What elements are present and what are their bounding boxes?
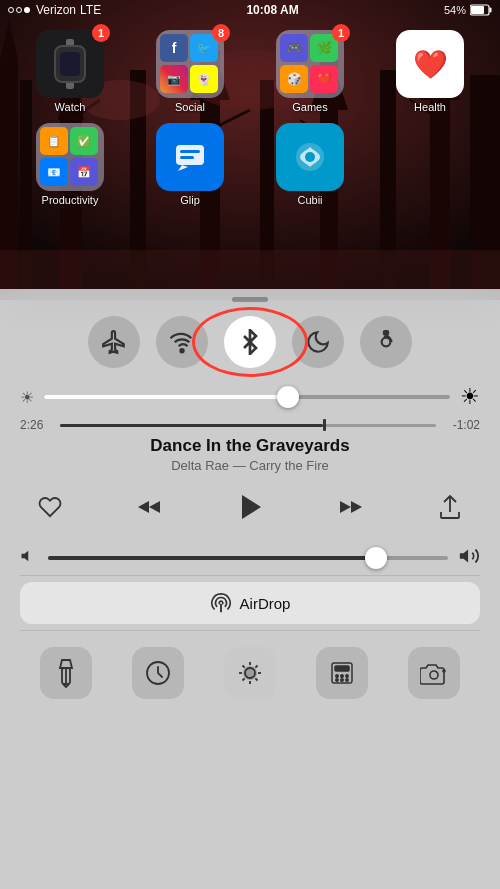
share-button[interactable] <box>430 487 470 527</box>
app-glip[interactable]: Glip <box>145 123 235 206</box>
dnd-toggle[interactable] <box>292 316 344 368</box>
svg-rect-30 <box>180 150 200 153</box>
battery-percent: 54% <box>444 4 466 16</box>
control-center: ☀ ☀ 2:26 -1:02 Dance In the Graveyards D… <box>0 289 500 889</box>
play-button[interactable] <box>228 485 272 529</box>
svg-rect-27 <box>471 6 484 14</box>
rewind-button[interactable] <box>129 487 169 527</box>
games-folder-icon: 🎮 🌿 🎲 ❤️ <box>276 30 344 98</box>
volume-thumb[interactable] <box>365 547 387 569</box>
airdrop-icon <box>210 592 232 614</box>
bluetooth-toggle[interactable] <box>224 316 276 368</box>
brightness-low-icon: ☀ <box>20 388 34 407</box>
airplane-toggle[interactable] <box>88 316 140 368</box>
cubii-label: Cubii <box>297 194 322 206</box>
games-label: Games <box>292 101 327 113</box>
flashlight-button[interactable] <box>40 647 92 699</box>
music-controls <box>20 481 480 533</box>
fast-forward-button[interactable] <box>331 487 371 527</box>
svg-rect-31 <box>180 156 194 159</box>
brightness-slider-row: ☀ ☀ <box>0 378 500 416</box>
watch-label: Watch <box>55 101 86 113</box>
brightness-fill <box>44 395 288 399</box>
svg-point-33 <box>305 152 315 162</box>
rotation-toggle[interactable] <box>360 316 412 368</box>
timer-icon <box>144 659 172 687</box>
svg-marker-42 <box>22 551 29 562</box>
watch-badge: 1 <box>92 24 110 42</box>
svg-rect-36 <box>384 331 388 334</box>
social-label: Social <box>175 101 205 113</box>
volume-track[interactable] <box>48 556 448 560</box>
song-title: Dance In the Graveyards <box>20 436 480 456</box>
svg-point-66 <box>430 671 438 679</box>
svg-marker-41 <box>340 501 351 513</box>
svg-marker-38 <box>149 501 160 513</box>
svg-point-62 <box>346 675 348 677</box>
signal-dots <box>8 7 30 13</box>
progress-fill <box>60 424 323 427</box>
app-games[interactable]: 🎮 🌿 🎲 ❤️ 1 Games <box>265 30 355 113</box>
social-badge: 8 <box>212 24 230 42</box>
svg-point-64 <box>341 679 343 681</box>
volume-fill <box>48 556 376 560</box>
progress-thumb <box>323 419 326 431</box>
svg-point-65 <box>346 679 348 681</box>
cubii-icon <box>276 123 344 191</box>
volume-high-icon <box>458 545 480 571</box>
svg-rect-26 <box>490 8 492 13</box>
icon-row-1: 1 Watch f 🐦 📷 👻 <box>10 30 490 113</box>
calculator-icon <box>328 659 356 687</box>
svg-line-53 <box>243 666 245 668</box>
wifi-toggle[interactable] <box>156 316 208 368</box>
drag-handle[interactable] <box>232 297 268 302</box>
progress-track[interactable] <box>60 424 436 427</box>
volume-row <box>0 541 500 575</box>
svg-marker-39 <box>242 495 261 519</box>
svg-rect-28 <box>176 145 204 165</box>
brightness-thumb[interactable] <box>277 386 299 408</box>
svg-line-54 <box>255 678 257 680</box>
app-health[interactable]: ❤️ Health <box>385 30 475 113</box>
music-section: 2:26 -1:02 Dance In the Graveyards Delta… <box>0 416 500 541</box>
svg-marker-29 <box>178 165 188 171</box>
brightness-track[interactable] <box>44 395 450 399</box>
timer-button[interactable] <box>132 647 184 699</box>
album-separator: — <box>233 458 250 473</box>
health-label: Health <box>414 101 446 113</box>
glip-label: Glip <box>180 194 200 206</box>
carrier-label: Verizon <box>36 3 76 17</box>
app-empty <box>385 123 475 206</box>
app-social[interactable]: f 🐦 📷 👻 8 Social <box>145 30 235 113</box>
brightness-high-icon: ☀ <box>460 384 480 410</box>
volume-low-icon <box>20 547 38 569</box>
svg-point-34 <box>180 349 183 352</box>
battery-icon <box>470 4 492 16</box>
camera-button[interactable] <box>408 647 460 699</box>
artist-name: Delta Rae <box>171 458 229 473</box>
svg-marker-40 <box>351 501 362 513</box>
calculator-button[interactable] <box>316 647 368 699</box>
svg-line-56 <box>243 678 245 680</box>
divider-2 <box>20 630 480 631</box>
productivity-label: Productivity <box>42 194 99 206</box>
heart-button[interactable] <box>30 487 70 527</box>
time-row: 2:26 -1:02 <box>20 418 480 432</box>
app-watch[interactable]: 1 Watch <box>25 30 115 113</box>
svg-line-55 <box>255 666 257 668</box>
games-badge: 1 <box>332 24 350 42</box>
icon-row-2: 📋 ✅ 📧 📅 Productivity <box>10 123 490 206</box>
airdrop-section[interactable]: AirDrop <box>20 582 480 624</box>
nightshift-button[interactable] <box>224 647 276 699</box>
app-productivity[interactable]: 📋 ✅ 📧 📅 Productivity <box>25 123 115 206</box>
svg-point-63 <box>336 679 338 681</box>
camera-icon <box>420 661 448 685</box>
health-icon: ❤️ <box>396 30 464 98</box>
app-cubii[interactable]: Cubii <box>265 123 355 206</box>
bottom-toolbar <box>0 635 500 711</box>
album-name: Carry the Fire <box>249 458 328 473</box>
nightshift-icon <box>236 659 264 687</box>
toggle-row <box>0 306 500 378</box>
current-time: 2:26 <box>20 418 52 432</box>
divider-1 <box>20 575 480 576</box>
